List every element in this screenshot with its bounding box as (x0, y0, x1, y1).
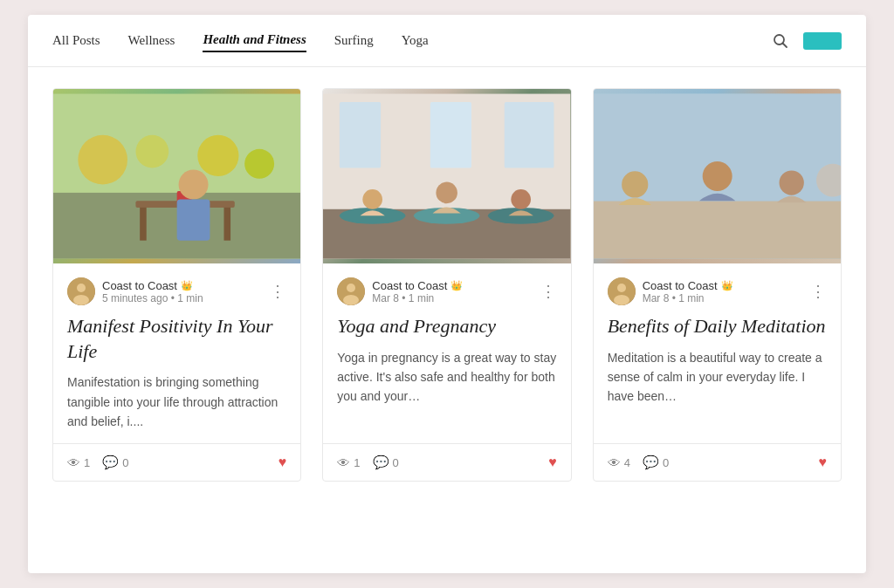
nav-actions (772, 32, 842, 50)
views-stat-0: 👁 1 (67, 455, 90, 470)
svg-point-35 (622, 171, 648, 197)
svg-point-23 (363, 189, 383, 209)
comment-icon-1: 💬 (373, 455, 389, 470)
more-options-1[interactable]: ⋮ (540, 282, 557, 301)
nav-tab-all-posts[interactable]: All Posts (52, 30, 100, 51)
card-footer-0: 👁 1 💬 0 ♥ (53, 443, 300, 481)
nav-bar: All PostsWellnessHealth and FitnessSurfi… (28, 15, 866, 67)
nav-tab-wellness[interactable]: Wellness (128, 30, 175, 51)
view-count-2: 4 (624, 456, 630, 469)
like-button-0[interactable]: ♥ (279, 455, 287, 470)
svg-rect-33 (594, 201, 841, 258)
meta-text-0: Coast to Coast 👑 5 minutes ago • 1 min (102, 279, 203, 304)
svg-point-24 (437, 182, 458, 204)
nav-tab-yoga[interactable]: Yoga (402, 30, 429, 51)
avatar-0 (67, 277, 95, 305)
footer-stats-2: 👁 4 💬 0 (608, 455, 669, 470)
author-name-1: Coast to Coast 👑 (372, 279, 463, 292)
card-meta-left-2: Coast to Coast 👑 Mar 8 • 1 min (608, 277, 733, 305)
card-footer-1: 👁 1 💬 0 ♥ (323, 443, 570, 481)
card-meta-1: Coast to Coast 👑 Mar 8 • 1 min ⋮ (337, 277, 556, 305)
crown-icon-1: 👑 (450, 280, 463, 291)
card-excerpt-2: Meditation is a beautiful way to create … (608, 348, 827, 432)
crown-icon-0: 👑 (181, 280, 193, 291)
footer-stats-1: 👁 1 💬 0 (337, 455, 398, 470)
svg-point-17 (73, 295, 89, 305)
card-0: Coast to Coast 👑 5 minutes ago • 1 min ⋮… (52, 88, 301, 482)
svg-point-30 (347, 284, 355, 292)
card-meta-0: Coast to Coast 👑 5 minutes ago • 1 min ⋮ (67, 277, 286, 305)
card-2: Coast to Coast 👑 Mar 8 • 1 min ⋮ Benefit… (593, 88, 842, 482)
svg-rect-26 (340, 102, 381, 168)
svg-rect-28 (505, 102, 554, 168)
card-body-1: Coast to Coast 👑 Mar 8 • 1 min ⋮ Yoga an… (323, 263, 570, 431)
avatar-1 (337, 277, 365, 305)
cards-grid: Coast to Coast 👑 5 minutes ago • 1 min ⋮… (28, 67, 866, 506)
svg-point-36 (702, 161, 732, 191)
card-meta-2: Coast to Coast 👑 Mar 8 • 1 min ⋮ (608, 277, 827, 305)
post-time-0: 5 minutes ago • 1 min (102, 292, 203, 304)
svg-point-7 (244, 149, 274, 179)
post-time-2: Mar 8 • 1 min (643, 292, 733, 304)
svg-point-13 (179, 169, 209, 199)
comment-icon-2: 💬 (643, 455, 659, 470)
card-footer-2: 👁 4 💬 0 ♥ (594, 443, 841, 481)
comments-stat-2: 💬 0 (643, 455, 669, 470)
card-meta-left-1: Coast to Coast 👑 Mar 8 • 1 min (337, 277, 463, 305)
crown-icon-2: 👑 (721, 280, 733, 291)
nav-tab-surfing[interactable]: Surfing (334, 30, 374, 51)
view-count-1: 1 (354, 456, 360, 469)
eye-icon-1: 👁 (337, 455, 350, 470)
svg-point-5 (135, 135, 168, 168)
views-stat-2: 👁 4 (608, 455, 630, 470)
card-excerpt-1: Yoga in pregnancy is a great way to stay… (337, 348, 556, 432)
author-name-0: Coast to Coast 👑 (102, 279, 203, 292)
eye-icon-0: 👁 (67, 455, 80, 470)
svg-point-6 (197, 135, 238, 176)
card-body-0: Coast to Coast 👑 5 minutes ago • 1 min ⋮… (53, 263, 300, 431)
post-time-1: Mar 8 • 1 min (372, 292, 463, 304)
svg-point-31 (343, 295, 359, 305)
search-icon (772, 32, 789, 50)
card-1: Coast to Coast 👑 Mar 8 • 1 min ⋮ Yoga an… (322, 88, 571, 482)
more-options-2[interactable]: ⋮ (810, 282, 827, 301)
comment-icon-0: 💬 (102, 455, 119, 470)
comment-count-0: 0 (122, 456, 128, 469)
card-image-2 (594, 89, 841, 263)
card-body-2: Coast to Coast 👑 Mar 8 • 1 min ⋮ Benefit… (594, 263, 841, 431)
svg-rect-9 (140, 208, 147, 241)
svg-line-1 (783, 43, 787, 47)
author-name-2: Coast to Coast 👑 (643, 279, 733, 292)
nav-tabs: All PostsWellnessHealth and FitnessSurfi… (52, 29, 772, 52)
comment-count-2: 0 (663, 456, 669, 469)
eye-icon-2: 👁 (608, 455, 621, 470)
card-title-2: Benefits of Daily Meditation (608, 314, 827, 339)
nav-tab-health-and-fitness[interactable]: Health and Fitness (203, 29, 306, 52)
search-button[interactable] (772, 32, 789, 50)
avatar-2 (608, 277, 636, 305)
svg-rect-10 (224, 208, 230, 241)
comment-count-1: 0 (393, 456, 399, 469)
card-image-0 (53, 89, 300, 263)
card-excerpt-0: Manifestation is bringing something tang… (67, 373, 286, 431)
meta-text-1: Coast to Coast 👑 Mar 8 • 1 min (372, 279, 463, 304)
meta-text-2: Coast to Coast 👑 Mar 8 • 1 min (643, 279, 733, 304)
create-post-button[interactable] (803, 32, 842, 50)
view-count-0: 1 (84, 456, 90, 469)
svg-point-40 (617, 284, 626, 292)
card-meta-left-0: Coast to Coast 👑 5 minutes ago • 1 min (67, 277, 203, 305)
svg-point-4 (78, 135, 127, 185)
svg-point-37 (779, 170, 803, 195)
svg-point-41 (614, 295, 629, 305)
comments-stat-0: 💬 0 (102, 455, 128, 470)
svg-rect-27 (430, 102, 471, 168)
svg-point-25 (512, 189, 532, 209)
card-title-0: Manifest Positivity In Your Life (67, 314, 286, 364)
card-image-1 (323, 89, 570, 263)
like-button-1[interactable]: ♥ (548, 455, 557, 470)
more-options-0[interactable]: ⋮ (270, 282, 286, 301)
like-button-2[interactable]: ♥ (819, 455, 828, 470)
footer-stats-0: 👁 1 💬 0 (67, 455, 128, 470)
card-title-1: Yoga and Pregnancy (337, 314, 556, 339)
svg-point-16 (77, 284, 86, 292)
